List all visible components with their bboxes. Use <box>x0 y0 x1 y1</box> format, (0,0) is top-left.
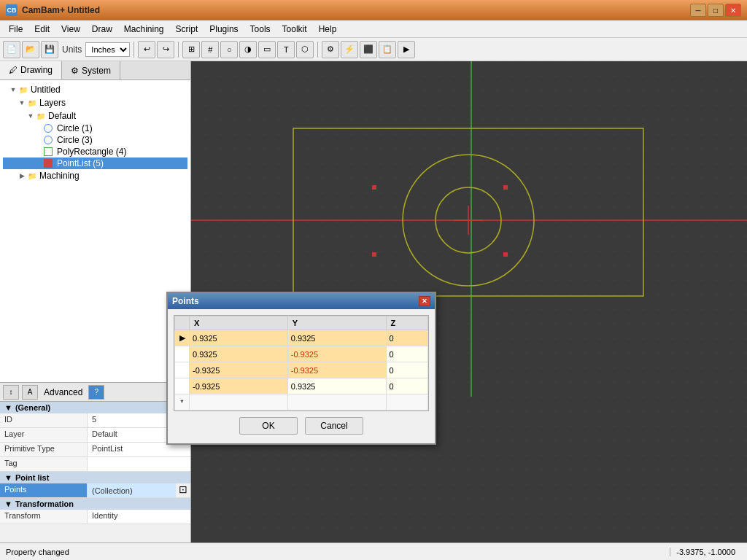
tree-circle1[interactable]: Circle (1) <box>3 122 187 134</box>
tree-root[interactable]: ▼ 📁 Untitled <box>3 83 187 96</box>
app-icon: CB <box>6 4 18 16</box>
arc-draw[interactable]: ◑ <box>239 41 257 58</box>
units-dropdown[interactable]: Inches <box>85 42 130 57</box>
menu-view[interactable]: View <box>55 23 86 36</box>
leaf-spacer <box>35 147 44 156</box>
grid-button[interactable]: ⊞ <box>182 41 200 58</box>
close-button[interactable]: ✕ <box>725 4 741 17</box>
tree-polyrect[interactable]: PolyRectangle (4) <box>3 146 187 158</box>
undo-button[interactable]: ↩ <box>138 41 155 58</box>
menubar: File Edit View Draw Machining Script Plu… <box>0 20 747 38</box>
row-x[interactable]: 0.9325 <box>190 330 288 346</box>
table-new-row[interactable]: * <box>175 394 428 411</box>
new-row-z[interactable] <box>386 394 427 411</box>
cam-op1[interactable]: ⚙ <box>322 41 339 58</box>
dialog-titlebar: Points ✕ <box>168 293 435 309</box>
cam-op3[interactable]: ⬛ <box>360 41 377 58</box>
tree-panel[interactable]: ▼ 📁 Untitled ▼ 📁 Layers ▼ 📁 Default Circ… <box>0 80 190 382</box>
menu-toolkit[interactable]: Toolkit <box>276 23 313 36</box>
toolbar-separator-3 <box>317 42 318 58</box>
machining-folder-icon: 📁 <box>26 170 38 182</box>
menu-edit[interactable]: Edit <box>28 23 55 36</box>
row-y[interactable]: -0.9325 <box>287 362 386 378</box>
menu-plugins[interactable]: Plugins <box>204 23 244 36</box>
row-x[interactable]: -0.9325 <box>190 378 288 394</box>
menu-machining[interactable]: Machining <box>118 23 170 36</box>
status-message: Property changed <box>6 548 670 556</box>
table-row[interactable]: -0.9325 0.9325 0 <box>175 378 428 394</box>
props-alpha-btn[interactable]: A <box>22 385 38 400</box>
cam-op2[interactable]: ⚡ <box>341 41 358 58</box>
leaf-spacer <box>35 136 44 144</box>
text-draw[interactable]: T <box>277 41 295 58</box>
row-z[interactable]: 0 <box>386 346 427 362</box>
snap-button[interactable]: # <box>201 41 219 58</box>
tree-pointlist[interactable]: PointList (5) <box>3 158 187 169</box>
prop-layer-label: Layer <box>0 428 88 442</box>
tree-machining[interactable]: ▶ 📁 Machining <box>3 169 187 182</box>
units-label: Units <box>60 44 84 55</box>
rect-draw[interactable]: ▭ <box>258 41 276 58</box>
left-panel: 🖊 Drawing ⚙ System ▼ 📁 Untitled ▼ 📁 Laye… <box>0 61 191 542</box>
ok-button[interactable]: OK <box>239 417 298 435</box>
row-y[interactable]: 0.9325 <box>287 378 386 394</box>
tab-system-label: System <box>82 66 111 76</box>
tab-system[interactable]: ⚙ System <box>62 61 120 79</box>
circle-icon-2 <box>44 136 53 144</box>
col-y: Y <box>287 316 386 330</box>
new-row-x[interactable] <box>190 394 288 411</box>
save-button[interactable]: 💾 <box>41 41 58 58</box>
table-row[interactable]: -0.9325 -0.9325 0 <box>175 362 428 378</box>
col-arrow <box>175 316 190 330</box>
row-y[interactable]: -0.9325 <box>287 346 386 362</box>
table-row[interactable]: 0.9325 -0.9325 0 <box>175 346 428 362</box>
prop-points[interactable]: Points (Collection) ⊡ <box>0 483 190 498</box>
circle-draw[interactable]: ○ <box>220 41 238 58</box>
collection-expand-btn[interactable]: ⊡ <box>176 483 190 497</box>
table-row[interactable]: ▶ 0.9325 0.9325 0 <box>175 330 428 346</box>
tree-circle1-label: Circle (1) <box>57 123 93 133</box>
row-z[interactable]: 0 <box>386 378 427 394</box>
expand-icon: ▶ <box>18 171 26 180</box>
tree-circle3[interactable]: Circle (3) <box>3 134 187 146</box>
menu-draw[interactable]: Draw <box>86 23 118 36</box>
row-y[interactable]: 0.9325 <box>287 330 386 346</box>
section-pl-expand-icon: ▼ <box>4 473 12 482</box>
tab-drawing[interactable]: 🖊 Drawing <box>0 61 62 79</box>
maximize-button[interactable]: □ <box>708 4 724 17</box>
prop-transform-label: Transform <box>0 510 88 524</box>
new-button[interactable]: 📄 <box>3 41 20 58</box>
row-arrow <box>175 362 190 378</box>
cam-op4[interactable]: 📋 <box>379 41 396 58</box>
cancel-button[interactable]: Cancel <box>305 417 363 435</box>
row-x[interactable]: -0.9325 <box>190 362 288 378</box>
props-sort-btn[interactable]: ↕ <box>3 385 19 400</box>
menu-help[interactable]: Help <box>313 23 343 36</box>
cam-op5[interactable]: ▶ <box>398 41 415 58</box>
menu-file[interactable]: File <box>3 23 28 36</box>
prop-points-label: Points <box>0 483 88 497</box>
poly-draw[interactable]: ⬡ <box>296 41 314 58</box>
new-row-y[interactable] <box>287 394 386 411</box>
row-z[interactable]: 0 <box>386 330 427 346</box>
minimize-button[interactable]: ─ <box>690 4 706 17</box>
svg-rect-16 <box>503 252 508 257</box>
tree-layers[interactable]: ▼ 📁 Layers <box>3 96 187 109</box>
tree-default[interactable]: ▼ 📁 Default <box>3 109 187 122</box>
row-x[interactable]: 0.9325 <box>190 346 288 362</box>
menu-tools[interactable]: Tools <box>244 23 276 36</box>
toolbar: 📄 📂 💾 Units Inches ↩ ↪ ⊞ # ○ ◑ ▭ T ⬡ ⚙ ⚡… <box>0 38 747 61</box>
menu-script[interactable]: Script <box>170 23 204 36</box>
redo-button[interactable]: ↪ <box>157 41 174 58</box>
panel-tabs: 🖊 Drawing ⚙ System <box>0 61 190 80</box>
toolbar-separator-1 <box>133 42 134 58</box>
dialog-close-button[interactable]: ✕ <box>419 296 430 306</box>
row-z[interactable]: 0 <box>386 362 427 378</box>
points-dialog[interactable]: Points ✕ X Y Z ▶ <box>166 292 436 445</box>
props-help-btn[interactable]: ? <box>88 385 104 400</box>
open-button[interactable]: 📂 <box>22 41 39 58</box>
props-section-general: ▼ (General) <box>0 402 190 413</box>
prop-primitive-label: Primitive Type <box>0 443 88 456</box>
prop-primitive: Primitive Type PointList <box>0 443 190 457</box>
tree-circle3-label: Circle (3) <box>57 135 93 145</box>
